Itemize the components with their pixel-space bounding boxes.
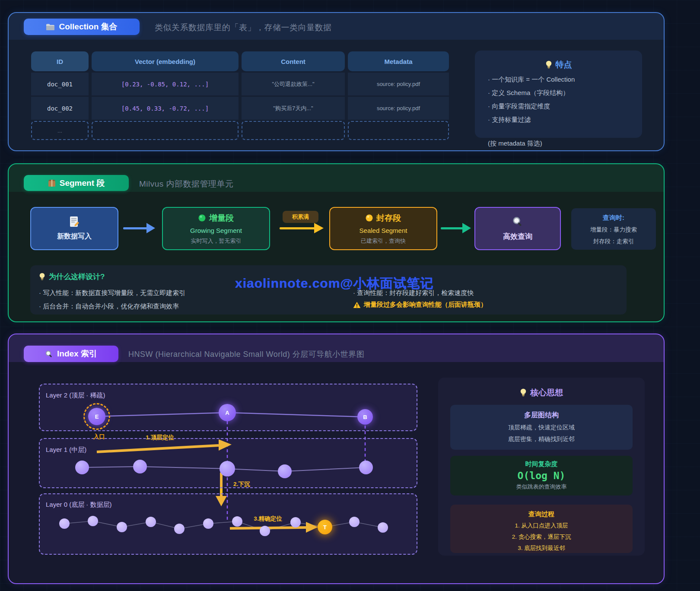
- graph-node: [260, 526, 270, 536]
- graph-node: [174, 524, 185, 534]
- growing-desc: 实时写入，暂无索引: [191, 237, 242, 245]
- flow-arrow-sealed-to-query: [441, 227, 463, 229]
- features-footnote: (按 metadata 筛选): [488, 140, 542, 148]
- graph-node-a: A: [219, 404, 236, 421]
- segment-panel: Segment 段 Milvus 内部数据管理单元 新数据写入 增量段 Grow…: [8, 163, 665, 322]
- table-cell: source: policy.pdf: [348, 73, 449, 95]
- entry-annotation: 入口: [93, 433, 105, 441]
- flow-arrow-growing-to-sealed: [280, 227, 315, 229]
- milvus-infographic: Collection 集合 类似关系数据库里的「表」，存储一类向量数据 ID V…: [0, 0, 700, 591]
- graph-node: [88, 516, 98, 526]
- sealed-title: 封存段: [376, 213, 401, 224]
- multilayer-structure-card: 多层图结构 顶层稀疏，快速定位区域 底层密集，精确找到近邻: [450, 405, 633, 450]
- graph-node-b: B: [357, 409, 373, 425]
- layer1-label: Layer 1 (中层): [46, 446, 86, 454]
- table-cell: source: policy.pdf: [348, 97, 449, 120]
- collection-panel: Collection 集合 类似关系数据库里的「表」，存储一类向量数据 ID V…: [8, 12, 665, 151]
- time-complexity-card: 时间复杂度 O(log N) 类似跳表的查询效率: [450, 456, 633, 496]
- graph-node: [75, 461, 89, 474]
- step2-annotation: 2.下沉: [233, 480, 250, 488]
- core-ideas-title: 核心思想: [438, 378, 645, 398]
- growing-en: Growing Segment: [190, 227, 242, 234]
- feature-item: · 定义 Schema（字段结构）: [488, 89, 642, 97]
- table-cell: doc_002: [31, 97, 89, 120]
- index-badge: Index 索引: [24, 346, 118, 362]
- step1-annotation: 1.顶层定位: [146, 434, 174, 442]
- design-rationale-title: 为什么这样设计?: [39, 272, 105, 282]
- table-more-cell: ...: [31, 121, 89, 140]
- table-cell: [0.45, 0.33, -0.72, ...]: [92, 97, 239, 120]
- bulb-icon: [520, 388, 527, 397]
- query-info-line: 增量段：暴力搜索: [571, 226, 656, 234]
- new-data-write-box: 新数据写入: [30, 207, 118, 250]
- collection-subtitle: 类似关系数据库里的「表」，存储一类向量数据: [155, 22, 332, 33]
- table-cell: "购买后7天内...": [242, 97, 345, 120]
- query-info-title: 查询时:: [571, 214, 656, 222]
- graph-node: [378, 522, 388, 533]
- complexity-value: O(log N): [450, 470, 633, 481]
- graph-node: [133, 460, 147, 473]
- collection-table: ID Vector (embedding) Content Metadata d…: [31, 51, 452, 140]
- sealed-desc: 已建索引，查询快: [361, 237, 406, 245]
- warning-icon: [353, 302, 361, 308]
- query-box-label: 高效查询: [503, 232, 532, 241]
- feature-item: · 向量字段需指定维度: [488, 102, 642, 111]
- graph-node: [349, 517, 360, 527]
- feature-item: · 一个知识库 = 一个 Collection: [488, 76, 642, 84]
- step3-annotation: 3.精确定位: [254, 515, 282, 523]
- features-title: 特点: [475, 51, 642, 70]
- table-cell: [0.23, -0.85, 0.12, ...]: [92, 73, 239, 95]
- collection-badge: Collection 集合: [24, 19, 140, 35]
- segment-badge-label: Segment 段: [60, 178, 105, 189]
- table-header-id: ID: [31, 51, 89, 71]
- index-badge-label: Index 索引: [57, 348, 97, 359]
- table-header-metadata: Metadata: [348, 51, 449, 71]
- folder-icon: [46, 23, 55, 31]
- full-badge: 积累满: [283, 211, 318, 223]
- bulb-icon: [545, 60, 552, 69]
- index-subtitle: HNSW (Hierarchical Navigable Small World…: [128, 349, 364, 359]
- index-panel: Index 索引 HNSW (Hierarchical Navigable Sm…: [8, 334, 665, 584]
- table-cell: doc_001: [31, 73, 89, 95]
- layer2-label: Layer 2 (顶层 · 稀疏): [46, 391, 105, 400]
- core-ideas-sidebar: 核心思想 多层图结构 顶层稀疏，快速定位区域 底层密集，精确找到近邻 时间复杂度…: [438, 378, 645, 556]
- table-more-cell: [348, 121, 449, 140]
- flow-arrowhead: [146, 223, 155, 233]
- sealed-en: Sealed Segment: [360, 227, 407, 234]
- graph-node: [146, 517, 156, 527]
- query-info-line: 封存段：走索引: [571, 238, 656, 245]
- flow-arrowhead: [314, 223, 324, 233]
- feature-item: · 支持标量过滤: [488, 116, 642, 124]
- write-box-label: 新数据写入: [57, 232, 92, 241]
- growing-title: 增量段: [209, 213, 234, 224]
- bulb-icon: [39, 273, 45, 281]
- query-info-card: 查询时: 增量段：暴力搜索 封存段：走索引: [571, 208, 656, 250]
- layer0-label: Layer 0 (底层 · 数据层): [46, 501, 112, 509]
- graph-node: [359, 461, 373, 474]
- flow-arrow-write-to-growing: [123, 227, 147, 229]
- graph-node-entry: E: [88, 408, 105, 425]
- graph-node-target: T: [318, 520, 332, 534]
- table-cell: "公司退款政策...": [242, 73, 345, 95]
- green-dot-icon: [198, 214, 206, 222]
- table-header-content: Content: [242, 51, 345, 71]
- graph-node: [117, 522, 127, 532]
- rationale-warning: 增量段过多会影响查询性能（后面讲瓶颈）: [353, 301, 487, 309]
- graph-node: [232, 516, 242, 527]
- table-more-cell: [242, 121, 345, 140]
- graph-node: [278, 464, 292, 478]
- graph-node: [290, 517, 301, 527]
- features-card: 特点 · 一个知识库 = 一个 Collection · 定义 Schema（字…: [475, 51, 642, 138]
- segment-badge: Segment 段: [24, 175, 129, 191]
- segment-subtitle: Milvus 内部数据管理单元: [139, 178, 234, 190]
- table-header-vector: Vector (embedding): [92, 51, 239, 71]
- collection-badge-label: Collection 集合: [59, 21, 117, 32]
- table-more-cell: [92, 121, 239, 140]
- efficient-query-box: 高效查询: [474, 207, 561, 250]
- rationale-item: · 写入性能：新数据直接写增量段，无需立即建索引: [39, 289, 185, 297]
- watermark: xiaolinnote.com@小林面试笔记: [235, 275, 434, 292]
- sealed-segment-box: 封存段 Sealed Segment 已建索引，查询快: [329, 207, 437, 250]
- flow-arrowhead: [462, 223, 471, 233]
- yellow-dot-icon: [366, 214, 373, 222]
- query-process-card: 查询过程 1. 从入口点进入顶层 2. 贪心搜索，逐层下沉 3. 底层找到最近邻: [450, 505, 633, 553]
